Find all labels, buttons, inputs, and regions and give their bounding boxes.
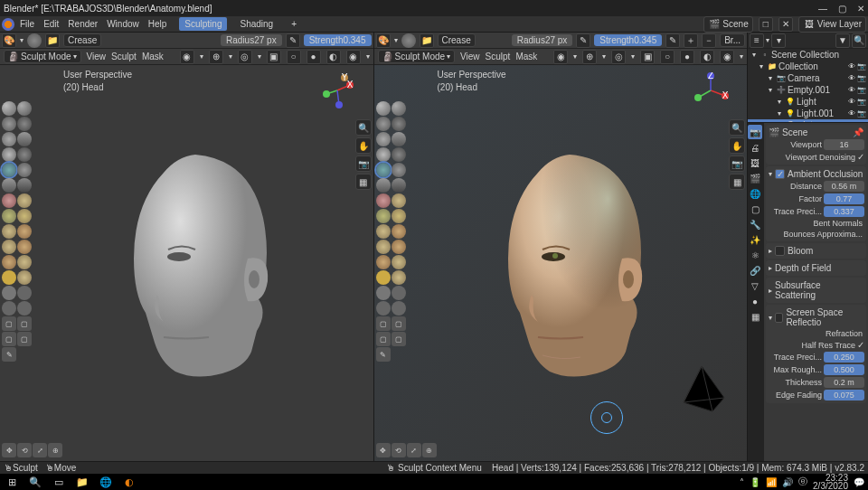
panel-ssr[interactable]: ▾Screen Space Reflectio (768, 306, 864, 328)
render-icon[interactable]: 📷 (857, 62, 866, 71)
start-button[interactable]: ⊞ (4, 476, 20, 488)
brush-browse-icon[interactable]: 📁 (420, 33, 434, 48)
denoise-checkbox[interactable]: ✓ (857, 152, 864, 162)
volume-icon[interactable]: 🔊 (782, 477, 793, 487)
ssr-trace-field[interactable]: 0.250 (824, 352, 864, 363)
tool-mask[interactable] (376, 301, 391, 316)
tool-slide[interactable] (2, 270, 16, 285)
shading-solid-icon[interactable]: ● (307, 50, 321, 64)
tool-elastic[interactable] (376, 224, 391, 239)
tool-clay-thumb[interactable] (2, 132, 16, 146)
shading-rendered-icon[interactable]: ◉ (346, 50, 361, 64)
render-icon[interactable]: 📷 (857, 86, 866, 95)
task-view-icon[interactable]: ▭ (51, 476, 67, 488)
tool-draw-sharp[interactable] (392, 101, 406, 116)
menu-sculpt[interactable]: Sculpt (111, 52, 137, 61)
tool-transform[interactable]: ⊕ (48, 443, 62, 457)
pan-icon[interactable]: ✋ (729, 137, 745, 154)
minimize-button[interactable]: — (818, 4, 827, 14)
tool-clay-strips[interactable] (392, 117, 406, 131)
tool-cloth[interactable] (2, 286, 16, 300)
tool-fill[interactable] (392, 178, 406, 193)
tool-crease[interactable] (376, 163, 391, 177)
zoom-icon[interactable]: 🔍 (729, 119, 745, 136)
tool-clay[interactable] (2, 117, 16, 131)
outliner-scene-collection[interactable]: ▾ ▫ Scene Collection (748, 49, 868, 61)
visibility-icon[interactable]: 👁 (847, 86, 856, 95)
menu-mask[interactable]: Mask (515, 52, 537, 61)
persp-icon[interactable]: ▦ (355, 174, 372, 190)
render-icon[interactable]: 📷 (857, 109, 866, 118)
outliner-item[interactable]: ▾➕Empty.001👁📷 (748, 84, 868, 96)
tool-move[interactable]: ✥ (376, 443, 391, 457)
ssr-checkbox[interactable] (775, 313, 783, 323)
overlay-toggle-icon[interactable]: ◎ (238, 50, 252, 64)
zoom-icon[interactable]: 🔍 (355, 119, 372, 136)
outliner-item[interactable]: ▾💡Light.001👁📷 (748, 108, 868, 119)
radius-field[interactable]: Radius27 px (221, 34, 282, 46)
brush-browse-icon[interactable]: 📁 (45, 33, 60, 48)
shading-matprev-icon[interactable]: ◐ (326, 50, 341, 64)
visibility-icon[interactable]: 👁 (847, 62, 856, 71)
ssr-half-checkbox[interactable]: ✓ (857, 340, 864, 350)
tool-transform[interactable]: ⊕ (422, 443, 437, 457)
ao-factor-field[interactable]: 0.77 (824, 193, 864, 204)
overlays-icon[interactable]: ◉ (553, 50, 568, 64)
menu-sculpt[interactable]: Sculpt (486, 52, 511, 61)
tool-inflate[interactable] (376, 147, 391, 162)
scene-delete-button[interactable]: ✕ (778, 17, 793, 32)
outliner-item[interactable]: ▾📁Collection👁📷 (748, 61, 868, 72)
ao-checkbox[interactable]: ✓ (775, 169, 785, 179)
tool-mesh-filter[interactable]: ▢ (392, 332, 406, 346)
camera-object[interactable] (675, 362, 729, 416)
tab-scene[interactable]: 🎬 (748, 171, 762, 185)
tool-multiplane[interactable] (392, 193, 406, 208)
xray-icon[interactable]: ▣ (267, 50, 281, 64)
camera-icon[interactable]: 📷 (355, 155, 372, 172)
menu-view[interactable]: View (87, 52, 107, 61)
radius-field[interactable]: Radius27 px (512, 34, 573, 46)
tool-smooth[interactable] (392, 163, 406, 177)
menu-help[interactable]: Help (148, 19, 167, 29)
viewport-canvas-left[interactable]: ▢▢ ▢▢ ✎ ✥ ⟲ ⤢ ⊕ User Perspective (20) He… (0, 65, 373, 461)
search-icon[interactable]: 🔍 (27, 476, 43, 488)
shading-matprev-icon[interactable]: ◐ (700, 50, 714, 64)
render-icon[interactable]: 📷 (857, 74, 866, 83)
tab-constraints[interactable]: 🔗 (748, 263, 762, 278)
pan-icon[interactable]: ✋ (355, 137, 372, 154)
tool-clay-strips[interactable] (17, 117, 32, 131)
tool-layer[interactable] (17, 132, 32, 146)
visibility-icon[interactable]: 👁 (847, 109, 856, 118)
tab-particles[interactable]: ✨ (748, 232, 762, 247)
tool-cloth[interactable] (376, 286, 391, 300)
scene-selector[interactable]: 🎬 Scene 📌 (768, 127, 864, 138)
tool-nudge[interactable] (376, 255, 391, 269)
search-icon[interactable]: 🔍 (852, 33, 866, 48)
shading-wire-icon[interactable]: ○ (287, 50, 301, 64)
tool-annotate[interactable]: ✎ (2, 347, 16, 362)
render-icon[interactable]: 📷 (857, 98, 866, 107)
battery-icon[interactable]: 🔋 (750, 477, 760, 487)
tool-annotate[interactable]: ✎ (376, 347, 391, 362)
tab-world[interactable]: 🌐 (748, 186, 762, 201)
tool-rotate-gizmo[interactable]: ⟲ (392, 443, 406, 457)
tree-toggle-icon[interactable]: ▾ (775, 98, 784, 107)
brush-name-dropdown[interactable]: Crease (63, 33, 101, 47)
mode-dropdown[interactable]: 🗿Sculpt Mode▾ (4, 50, 81, 63)
brush-settings[interactable]: Br... (720, 33, 745, 47)
tool-draw-face[interactable] (392, 301, 406, 316)
chrome-icon[interactable]: 🌐 (98, 476, 114, 488)
tool-scale[interactable]: ⤢ (33, 443, 47, 457)
panel-sss[interactable]: ▸Subsurface Scattering (768, 279, 864, 301)
outliner-item[interactable]: ▾💡Light👁📷 (748, 96, 868, 108)
language-icon[interactable]: ⓔ (798, 476, 807, 488)
tool-pose[interactable] (17, 240, 32, 254)
tool-snake[interactable] (392, 224, 406, 239)
visibility-icon[interactable]: 👁 (847, 74, 856, 83)
tool-draw[interactable] (376, 101, 391, 116)
tab-output[interactable]: 🖨 (748, 140, 762, 155)
radius-pressure-icon[interactable]: ✎ (576, 33, 590, 48)
tool-box-mask[interactable]: ▢ (2, 316, 16, 331)
tool-inflate[interactable] (2, 147, 16, 162)
tool-mask[interactable] (2, 301, 16, 316)
